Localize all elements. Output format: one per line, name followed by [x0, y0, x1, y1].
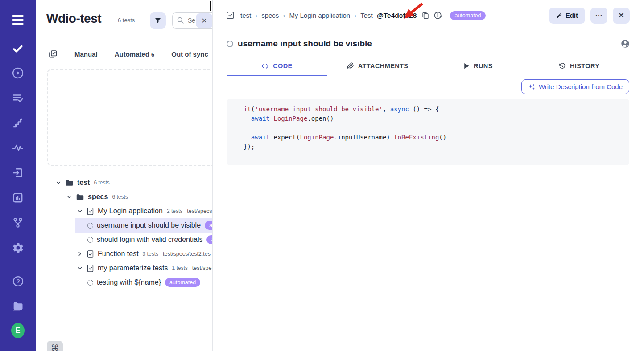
tree-item-label: my parameterize tests — [98, 264, 168, 272]
chevron-right-icon[interactable] — [77, 251, 84, 257]
play-icon — [464, 63, 470, 69]
chevron-down-icon[interactable] — [77, 265, 84, 271]
file-icon — [87, 264, 94, 273]
sync-status-icon[interactable] — [433, 11, 443, 20]
test-file-icon — [226, 11, 235, 20]
tree-item-label: My Login application — [98, 207, 163, 215]
tree-item-should-login-with-valid-credentials[interactable]: should login with valid credentialsautom… — [36, 233, 212, 247]
help-icon[interactable]: ? — [11, 274, 25, 288]
close-button[interactable]: ✕ — [613, 8, 630, 24]
test-plans-icon[interactable] — [11, 91, 25, 105]
test-detail-header: test › specs › My Login application › Te… — [213, 0, 644, 31]
breadcrumb-test-label: Test — [360, 12, 373, 19]
tab-out-of-sync[interactable]: Out of sync — [171, 50, 208, 58]
user-avatar[interactable]: E — [11, 324, 25, 337]
avatar-letter: E — [11, 323, 25, 338]
drag-drop-zone — [47, 69, 213, 166]
file-icon — [87, 250, 94, 258]
code-line: }); — [244, 142, 620, 151]
tree-item-label: username input should be visible — [97, 221, 201, 229]
runs-icon[interactable] — [11, 66, 25, 80]
chevron-down-icon[interactable] — [77, 208, 84, 214]
tree-item-label: should login with valid credentials — [97, 236, 202, 244]
svg-text:?: ? — [16, 278, 20, 285]
analytics-icon[interactable] — [11, 191, 25, 204]
tab-code[interactable]: CODE — [227, 57, 327, 76]
code-line — [244, 123, 620, 133]
breadcrumb-suite[interactable]: My Login application — [289, 12, 350, 19]
tree-item-label: specs — [88, 193, 108, 201]
tree-item-function-test[interactable]: Function test3 teststest/specs/test2.tes — [36, 247, 212, 261]
app-sidebar: ? E — [0, 0, 36, 351]
test-detail-panel: test › specs › My Login application › Te… — [213, 0, 644, 351]
tree-item-path: test/specs — [187, 208, 212, 214]
history-icon — [558, 62, 566, 70]
test-filter-tabs: Manual Automated6 Out of sync — [36, 45, 212, 64]
tree-item-my-parameterize-tests[interactable]: my parameterize tests1 teststest/spe — [36, 261, 212, 275]
automated-badge: automated — [450, 11, 485, 20]
tests-icon[interactable] — [11, 42, 25, 55]
filter-button[interactable] — [150, 12, 166, 29]
circle-icon — [87, 280, 93, 286]
funnel-icon — [154, 17, 161, 24]
more-button[interactable]: ··· — [590, 8, 607, 24]
tree-item-path: test/spe — [192, 265, 212, 271]
search-icon — [177, 16, 184, 24]
code-icon — [261, 63, 269, 69]
branches-icon[interactable] — [11, 216, 25, 229]
project-header: Wdio-test 6 tests ✕ — [36, 0, 212, 45]
edit-button[interactable]: Edit — [549, 8, 585, 24]
command-shortcut-button[interactable]: ⌘ — [47, 341, 63, 351]
tree-item-label: Function test — [98, 250, 139, 258]
import-icon[interactable] — [11, 166, 25, 180]
automated-badge: automated — [205, 221, 213, 230]
chevron-down-icon[interactable] — [66, 194, 73, 200]
breadcrumb-specs[interactable]: specs — [261, 12, 279, 19]
pencil-icon — [556, 12, 562, 19]
breadcrumb: test › specs › My Login application › Te… — [240, 12, 417, 20]
paperclip-icon — [347, 62, 354, 70]
code-line: await expect(LoginPage.inputUsername).to… — [244, 133, 620, 142]
assignee-icon[interactable] — [620, 39, 630, 49]
test-id: @Te4dcf828 — [377, 12, 417, 20]
pulse-icon[interactable] — [11, 141, 25, 155]
detail-tabs: CODE ATTACHMENTS RUNS HISTORY — [227, 57, 629, 76]
test-tree: test6 testsspecs6 testsMy Login applicat… — [36, 176, 212, 290]
automated-badge: automated — [165, 278, 200, 287]
sparkles-icon — [528, 83, 535, 90]
code-block: it('username input should be visible', a… — [227, 99, 629, 165]
tree-item-testing-with-name[interactable]: testing with ${name}automated — [36, 275, 212, 290]
file-icon — [87, 207, 94, 216]
project-panel: Wdio-test 6 tests ✕ Manual Automated6 Ou… — [36, 0, 213, 351]
tree-item-count: 6 tests — [112, 194, 128, 200]
code-line: it('username input should be visible', a… — [244, 105, 620, 114]
circle-icon — [87, 237, 93, 243]
tab-automated[interactable]: Automated6 — [115, 50, 155, 58]
tree-item-test[interactable]: test6 tests — [36, 176, 212, 190]
steps-icon[interactable] — [11, 116, 25, 130]
chevron-down-icon[interactable] — [55, 180, 62, 186]
breadcrumb-test[interactable]: test — [240, 12, 251, 19]
test-title: username input should be visible — [238, 39, 372, 49]
projects-icon[interactable] — [11, 299, 25, 313]
tree-item-username-input-should-be-visible[interactable]: username input should be visibleautomate… — [36, 218, 212, 233]
write-description-button[interactable]: Write Description from Code — [521, 79, 629, 94]
tab-runs[interactable]: RUNS — [428, 57, 529, 76]
settings-icon[interactable] — [11, 241, 25, 254]
tree-item-specs[interactable]: specs6 tests — [36, 190, 212, 204]
project-title: Wdio-test — [46, 12, 101, 26]
menu-icon[interactable] — [11, 13, 25, 27]
automated-badge: automated — [206, 235, 213, 244]
tab-history[interactable]: HISTORY — [528, 57, 629, 76]
text-caret — [210, 1, 211, 11]
copy-id-icon[interactable] — [421, 11, 430, 20]
tree-item-count: 6 tests — [94, 180, 109, 186]
circle-icon — [87, 223, 93, 229]
tree-item-label: testing with ${name} — [97, 278, 161, 286]
tree-item-count: 3 tests — [143, 251, 158, 257]
tab-manual[interactable]: Manual — [74, 50, 98, 58]
tree-item-my-login-application[interactable]: My Login application2 teststest/specs — [36, 204, 212, 218]
select-all-icon[interactable] — [48, 49, 58, 59]
clear-search-button[interactable]: ✕ — [196, 13, 213, 28]
tab-attachments[interactable]: ATTACHMENTS — [327, 57, 428, 76]
